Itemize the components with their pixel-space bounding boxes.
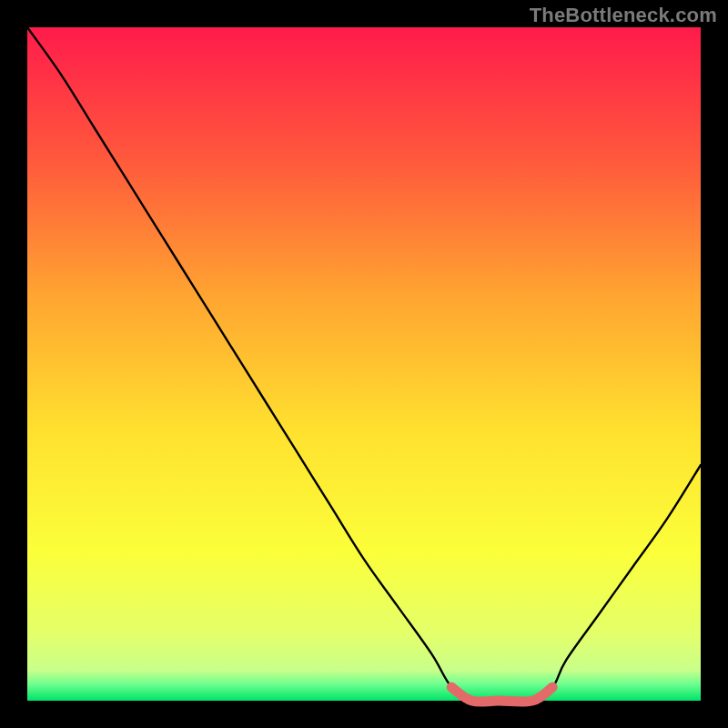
gradient-background bbox=[27, 27, 701, 701]
watermark-text: TheBottleneck.com bbox=[530, 4, 717, 27]
bottleneck-chart bbox=[0, 0, 728, 728]
chart-container: TheBottleneck.com bbox=[0, 0, 728, 728]
